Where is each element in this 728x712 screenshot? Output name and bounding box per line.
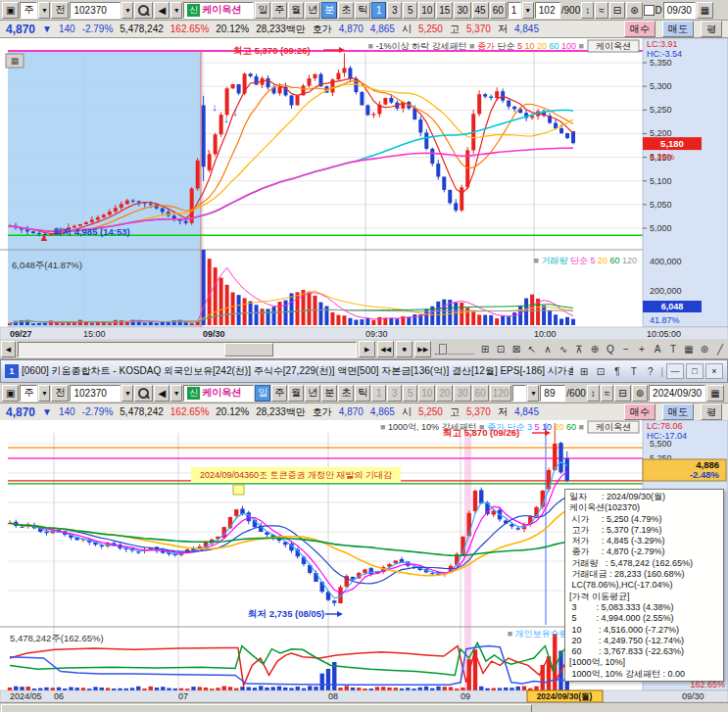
forward-button[interactable]: ▶▶ xyxy=(414,341,431,357)
top-settings-icon[interactable]: ⊛ xyxy=(626,2,642,19)
top-avg-button[interactable]: 평 xyxy=(701,21,722,37)
help-icon[interactable]: ? xyxy=(643,364,657,379)
top-tick-button-5[interactable]: 5 xyxy=(403,2,417,19)
bot-tick-button-5[interactable]: 5 xyxy=(403,385,417,402)
scroll-left-button[interactable]: ◀ xyxy=(1,341,16,357)
bot-tick-button-1[interactable]: 1 xyxy=(371,385,386,402)
top-buy-button[interactable]: 매수 xyxy=(624,21,655,37)
memo-icon[interactable]: ¶ xyxy=(609,364,624,379)
top-period-button-분[interactable]: 분 xyxy=(321,2,337,19)
top-tick-button-10[interactable]: 10 xyxy=(418,2,435,19)
chart-settings-icon[interactable]: ⊛ xyxy=(698,342,711,356)
top-sound-button[interactable]: ◀ xyxy=(154,2,170,19)
bot-tick-button-20[interactable]: 20 xyxy=(436,385,453,402)
top-tick-button-45[interactable]: 45 xyxy=(472,2,489,19)
bot-settings-icon[interactable]: ⊛ xyxy=(632,385,648,402)
top-period-button-년[interactable]: 년 xyxy=(305,2,320,19)
scrollbar-thumb[interactable] xyxy=(1,704,532,712)
pointer-tool-icon[interactable]: ↖ xyxy=(525,342,539,356)
bot-tick-button-10[interactable]: 10 xyxy=(418,385,435,402)
bot-search-button[interactable] xyxy=(134,385,153,402)
tile-windows-icon[interactable]: ⊡ xyxy=(494,342,508,356)
bot-prev-button[interactable]: 전 xyxy=(51,385,69,402)
bot-bar-count-input[interactable]: 89 xyxy=(540,385,565,402)
top-sell-button[interactable]: 매도 xyxy=(662,21,694,37)
bot-mode-select[interactable]: 주 xyxy=(20,385,37,402)
crosshair-tool-icon[interactable]: ⊕ xyxy=(588,342,602,356)
bot-period-button-주[interactable]: 주 xyxy=(271,385,287,402)
zoom-in-icon[interactable]: + xyxy=(635,342,649,356)
zoom-tool-icon[interactable]: Q xyxy=(604,342,617,356)
top-mode-arrow-icon[interactable]: ▼ xyxy=(38,2,50,19)
top-window-list-icon[interactable]: ▣ xyxy=(2,2,19,19)
resistance-tool-icon[interactable]: ⊼ xyxy=(572,342,586,356)
bot-period-button-일[interactable]: 일 xyxy=(255,385,270,402)
popup-icon[interactable]: ⊡ xyxy=(593,364,607,379)
rewind-button[interactable]: ◀◀ xyxy=(377,341,394,357)
annotation-tool-icon[interactable]: T xyxy=(666,342,680,356)
top-chart-style-icon[interactable]: ↕ xyxy=(581,2,594,19)
grid-tool-icon[interactable]: ▦ xyxy=(682,342,696,356)
bot-calendar-icon[interactable]: ▦ xyxy=(706,385,723,402)
minimize-button[interactable]: — xyxy=(666,363,684,379)
top-tick-button-1[interactable]: 1 xyxy=(371,2,386,19)
top-tick-button-60[interactable]: 60 xyxy=(490,2,507,19)
bot-stock-code-input[interactable]: 102370 xyxy=(70,385,121,402)
bot-period-button-초[interactable]: 초 xyxy=(338,385,354,402)
top-period-button-초[interactable]: 초 xyxy=(338,2,354,19)
trendline-tool-icon[interactable]: ∧ xyxy=(541,342,555,356)
text-tool-icon[interactable]: A xyxy=(651,342,664,356)
bot-tick-button-3[interactable]: 3 xyxy=(387,385,402,402)
top-compare-icon[interactable]: ≈ xyxy=(595,2,608,19)
top-sound-arrow-icon[interactable]: ▼ xyxy=(170,2,182,19)
line-tool-icon[interactable]: ╱ xyxy=(713,342,727,356)
chart-scrollbar-thumb[interactable] xyxy=(224,343,273,356)
top-tick-button-3[interactable]: 3 xyxy=(387,2,402,19)
top-stock-code-input[interactable]: 102370 xyxy=(70,2,121,19)
bot-save-icon[interactable]: ⊟ xyxy=(614,385,630,402)
bot-compare-icon[interactable]: ≈ xyxy=(601,385,614,402)
chart-scrollbar[interactable] xyxy=(18,342,357,357)
top-code-arrow-icon[interactable]: ▼ xyxy=(121,2,133,19)
top-d-checkbox[interactable] xyxy=(644,5,655,16)
top-bar-count-input[interactable]: 102 xyxy=(535,2,560,19)
top-period-button-주[interactable]: 주 xyxy=(271,2,287,19)
bot-period-button-틱[interactable]: 틱 xyxy=(355,385,370,402)
wave-tool-icon[interactable]: ∿ xyxy=(557,342,570,356)
top-tick-button-30[interactable]: 30 xyxy=(454,2,470,19)
bot-window-list-icon[interactable]: ▣ xyxy=(2,385,19,402)
horizontal-scrollbar[interactable] xyxy=(0,702,728,712)
bot-tick-button-30[interactable]: 30 xyxy=(454,385,470,402)
bot-tick-button-120[interactable]: 120 xyxy=(490,385,512,402)
top-period-button-월[interactable]: 월 xyxy=(288,2,304,19)
bot-avg-button[interactable]: 평 xyxy=(701,403,722,420)
bot-tick-button-60[interactable]: 60 xyxy=(472,385,489,402)
top-period-button-틱[interactable]: 틱 xyxy=(355,2,370,19)
stop-button[interactable]: ■ xyxy=(396,341,413,357)
bot-interval-arrow-icon[interactable]: ▼ xyxy=(527,385,539,402)
slider-thumb[interactable] xyxy=(439,344,447,355)
font-icon[interactable]: T xyxy=(626,364,641,379)
top-interval-select[interactable]: 1 xyxy=(508,2,521,19)
top-interval-arrow-icon[interactable]: ▼ xyxy=(522,2,534,19)
close-windows-icon[interactable]: ⊠ xyxy=(510,342,523,356)
play-button[interactable]: ▶ xyxy=(359,341,375,357)
bot-chart-style-icon[interactable]: ↕ xyxy=(587,385,600,402)
bot-sound-arrow-icon[interactable]: ▼ xyxy=(170,385,182,402)
close-button[interactable]: × xyxy=(705,363,723,379)
cascade-windows-icon[interactable]: ⊞ xyxy=(478,342,492,356)
bot-interval-select[interactable] xyxy=(512,385,526,402)
top-search-button[interactable] xyxy=(134,2,153,19)
top-mode-select[interactable]: 주 xyxy=(20,2,37,19)
top-calendar-icon[interactable]: ▦ xyxy=(697,2,713,19)
bot-mode-arrow-icon[interactable]: ▼ xyxy=(38,385,50,402)
top-date-input[interactable]: 09/30 xyxy=(663,2,696,19)
top-tick-button-15[interactable]: 15 xyxy=(436,2,453,19)
zoom-out-icon[interactable]: − xyxy=(619,342,633,356)
bot-period-button-월[interactable]: 월 xyxy=(288,385,304,402)
bot-date-input[interactable]: 2024/09/30 xyxy=(649,385,705,402)
top-prev-button[interactable]: 전 xyxy=(51,2,69,19)
top-save-icon[interactable]: ⊟ xyxy=(609,2,625,19)
maximize-button[interactable]: □ xyxy=(686,363,704,379)
minute-chart[interactable]: LC:3.91HC:-3.545,3505,3005,2505,2005,150… xyxy=(0,38,728,340)
